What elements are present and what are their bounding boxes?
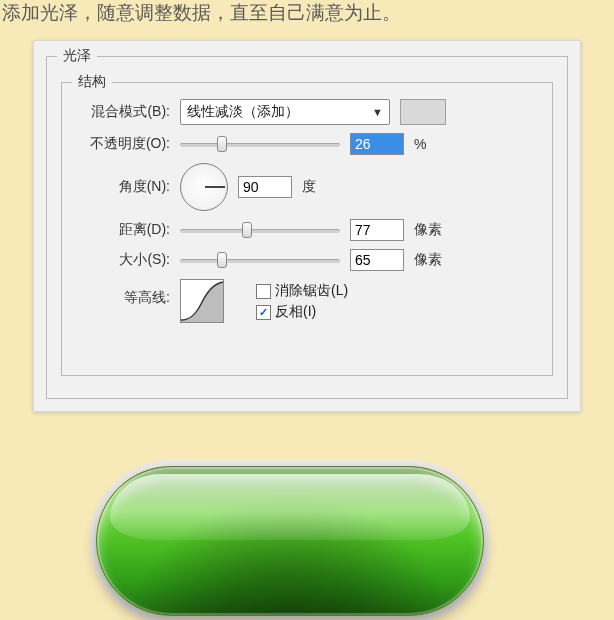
antialias-checkbox[interactable]: 消除锯齿(L) — [256, 282, 348, 300]
group-satin-legend: 光泽 — [57, 47, 97, 65]
blend-mode-label: 混合模式(B): — [82, 103, 170, 121]
instruction-text: 添加光泽，随意调整数据，直至自己满意为止。 — [0, 0, 614, 26]
angle-unit: 度 — [302, 178, 316, 196]
group-structure: 结构 混合模式(B): 线性减淡（添加） ▼ 不透明度(O): % 角度(N): — [61, 73, 553, 376]
group-structure-legend: 结构 — [72, 73, 112, 91]
angle-dial[interactable] — [180, 163, 228, 211]
invert-checkbox[interactable]: ✓ 反相(I) — [256, 303, 348, 321]
row-size: 大小(S): 像素 — [72, 249, 542, 271]
row-blend-mode: 混合模式(B): 线性减淡（添加） ▼ — [72, 99, 542, 125]
blend-color-swatch[interactable] — [400, 99, 446, 125]
capsule-shape — [96, 466, 484, 616]
size-slider[interactable] — [180, 251, 340, 269]
row-distance: 距离(D): 像素 — [72, 219, 542, 241]
checkbox-icon: ✓ — [256, 305, 271, 320]
size-unit: 像素 — [414, 251, 442, 269]
result-preview — [96, 466, 484, 616]
size-label: 大小(S): — [82, 251, 170, 269]
distance-slider[interactable] — [180, 221, 340, 239]
contour-picker[interactable]: ▾ — [180, 279, 224, 323]
opacity-input[interactable] — [350, 133, 404, 155]
opacity-label: 不透明度(O): — [82, 135, 170, 153]
angle-input[interactable] — [238, 176, 292, 198]
contour-curve-icon — [181, 280, 223, 322]
row-contour: 等高线: ▾ 消除锯齿(L) — [72, 279, 542, 324]
chevron-down-icon: ▼ — [372, 106, 383, 118]
distance-unit: 像素 — [414, 221, 442, 239]
satin-panel: 光泽 结构 混合模式(B): 线性减淡（添加） ▼ 不透明度(O): % — [33, 40, 581, 412]
distance-input[interactable] — [350, 219, 404, 241]
antialias-label: 消除锯齿(L) — [275, 282, 348, 300]
angle-label: 角度(N): — [82, 178, 170, 196]
size-input[interactable] — [350, 249, 404, 271]
opacity-unit: % — [414, 136, 426, 152]
opacity-slider[interactable] — [180, 135, 340, 153]
blend-mode-combo[interactable]: 线性减淡（添加） ▼ — [180, 99, 390, 125]
group-satin: 光泽 结构 混合模式(B): 线性减淡（添加） ▼ 不透明度(O): % — [46, 47, 568, 399]
row-opacity: 不透明度(O): % — [72, 133, 542, 155]
contour-label: 等高线: — [82, 279, 170, 307]
row-angle: 角度(N): 度 — [72, 163, 542, 211]
distance-label: 距离(D): — [82, 221, 170, 239]
checkbox-icon — [256, 284, 271, 299]
blend-mode-value: 线性减淡（添加） — [187, 103, 299, 121]
invert-label: 反相(I) — [275, 303, 316, 321]
